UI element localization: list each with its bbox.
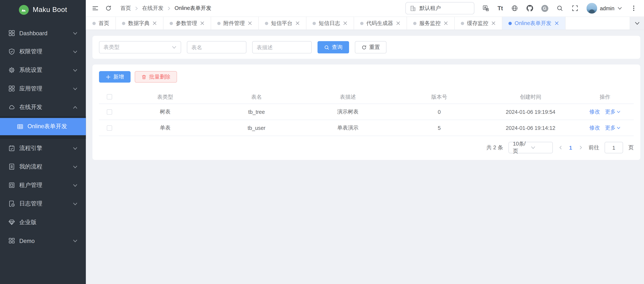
sidebar-item-tenant-management[interactable]: 租户管理	[0, 176, 86, 194]
table-type-placeholder: 表类型	[104, 44, 172, 51]
tab-cache-monitor[interactable]: 缓存监控	[454, 17, 502, 30]
diamond-icon	[8, 219, 15, 226]
topbar-left: 首页 在线开发 Online表单开发	[92, 5, 211, 12]
close-icon[interactable]	[491, 21, 496, 25]
globe-icon[interactable]	[511, 5, 518, 12]
topbar: 首页 在线开发 Online表单开发 默认租户 Tt G	[86, 0, 644, 17]
avatar[interactable]	[586, 3, 597, 14]
sidebar-item-label: 企业版	[20, 218, 78, 226]
tab-sms-log[interactable]: 短信日志	[306, 17, 354, 30]
data-table: 表类型 表名 表描述 版本号 创建时间 操作 树表 tb_tree 演示树表 0…	[99, 90, 634, 136]
tab-attachment[interactable]: 附件管理	[211, 17, 259, 30]
refresh-icon[interactable]	[105, 5, 112, 12]
breadcrumb-home[interactable]: 首页	[120, 5, 131, 12]
tab-label: 数据字典	[128, 20, 150, 27]
sidebar-item-online-form-dev[interactable]: Online表单开发	[0, 118, 86, 135]
sidebar-item-workflow-engine[interactable]: 流程引擎	[0, 139, 86, 157]
prev-page-icon[interactable]	[558, 145, 563, 150]
app-window: Maku Boot Dashboard 权限管理 系统设置 应用管理	[0, 0, 644, 284]
sidebar-item-demo[interactable]: Demo	[0, 231, 86, 250]
app-logo: Maku Boot	[0, 0, 86, 20]
table-type-select[interactable]: 表类型	[99, 41, 181, 53]
github-icon[interactable]	[526, 5, 534, 12]
tabs-dropdown-button[interactable]	[630, 17, 644, 30]
user-menu[interactable]: admin	[586, 3, 622, 14]
tab-label: 短信平台	[271, 20, 292, 27]
next-page-icon[interactable]	[578, 145, 583, 150]
chevron-up-icon	[73, 105, 78, 110]
cell-version: 0	[394, 109, 485, 115]
sidebar-item-enterprise[interactable]: 企业版	[0, 213, 86, 231]
more-link[interactable]: 更多	[605, 108, 621, 116]
close-icon[interactable]	[444, 21, 448, 25]
table-row: 单表 tb_user 单表演示 5 2024-01-06 19:14:12 修改…	[99, 120, 634, 136]
gitee-icon[interactable]: G	[541, 5, 548, 12]
tenant-select[interactable]: 默认租户	[406, 2, 474, 14]
breadcrumb-online-dev[interactable]: 在线开发	[142, 5, 164, 12]
sidebar-item-my-workflow[interactable]: 我的流程	[0, 157, 86, 176]
close-icon[interactable]	[248, 21, 252, 25]
page-size-select[interactable]: 10条/页	[508, 142, 553, 153]
sidebar-item-log-management[interactable]: 日志管理	[0, 194, 86, 213]
more-link-label: 更多	[605, 124, 616, 132]
topbar-right: 默认租户 Tt G admin	[406, 2, 638, 14]
close-icon[interactable]	[295, 21, 300, 25]
reset-button-label: 重置	[369, 44, 380, 51]
row-checkbox[interactable]	[107, 125, 112, 131]
cell-description: 演示树表	[302, 108, 394, 116]
close-icon[interactable]	[396, 21, 400, 25]
tab-label: 参数管理	[176, 20, 197, 27]
sidebar-item-dashboard[interactable]: Dashboard	[0, 24, 86, 42]
close-icon[interactable]	[152, 21, 157, 25]
chevron-down-icon	[73, 146, 78, 151]
goto-page-input[interactable]	[605, 142, 623, 153]
chevron-down-icon	[531, 145, 548, 150]
translate-icon[interactable]	[482, 5, 490, 12]
reset-button[interactable]: 重置	[355, 41, 386, 53]
sidebar-item-label: 在线开发	[20, 103, 73, 111]
sidebar-item-label: 租户管理	[20, 182, 73, 189]
close-icon[interactable]	[200, 21, 204, 25]
table-name-input[interactable]	[187, 41, 246, 53]
close-icon[interactable]	[343, 21, 347, 25]
tabbar-spacer	[565, 17, 630, 30]
edit-link[interactable]: 修改	[589, 108, 600, 116]
select-all-checkbox[interactable]	[107, 94, 112, 99]
batch-delete-button[interactable]: 批量删除	[135, 71, 177, 83]
chevron-down-icon	[73, 238, 78, 243]
tab-online-form-dev[interactable]: Online表单开发	[502, 17, 565, 30]
tab-param-mgmt[interactable]: 参数管理	[164, 17, 211, 30]
more-dots-icon[interactable]	[630, 5, 638, 12]
sidebar-fold-icon[interactable]	[92, 5, 99, 12]
cell-type: 单表	[120, 124, 211, 132]
page-number-1[interactable]: 1	[568, 144, 573, 151]
add-button[interactable]: 新增	[99, 71, 131, 83]
search-button[interactable]: 查询	[318, 41, 349, 53]
tab-dot	[92, 22, 96, 25]
edit-link[interactable]: 修改	[589, 124, 600, 132]
chevron-down-icon	[73, 183, 78, 187]
chevron-down-icon	[616, 126, 620, 130]
sidebar-menu: Dashboard 权限管理 系统设置 应用管理 在线开发	[0, 20, 86, 284]
building-icon	[410, 5, 416, 11]
add-button-label: 新增	[113, 73, 124, 81]
close-icon[interactable]	[554, 21, 559, 25]
cell-name: tb_tree	[211, 109, 302, 115]
tab-sms-platform[interactable]: 短信平台	[259, 17, 306, 30]
table-desc-input[interactable]	[252, 41, 312, 53]
fullscreen-icon[interactable]	[571, 5, 578, 12]
sidebar-item-app-management[interactable]: 应用管理	[0, 79, 86, 98]
tab-code-generator[interactable]: 代码生成器	[354, 17, 407, 30]
chevron-down-icon	[73, 201, 78, 206]
tab-home[interactable]: 首页	[86, 17, 116, 30]
sidebar-item-online-dev[interactable]: 在线开发	[0, 98, 86, 116]
row-checkbox[interactable]	[107, 109, 112, 115]
sidebar-item-system-settings[interactable]: 系统设置	[0, 61, 86, 79]
tab-service-monitor[interactable]: 服务监控	[407, 17, 455, 30]
sidebar-item-permission[interactable]: 权限管理	[0, 42, 86, 61]
search-icon[interactable]	[556, 5, 564, 12]
tab-data-dict[interactable]: 数据字典	[116, 17, 164, 30]
cell-created: 2024-01-06 19:19:54	[485, 109, 576, 115]
font-size-icon[interactable]: Tt	[498, 6, 503, 11]
more-link[interactable]: 更多	[605, 124, 621, 132]
